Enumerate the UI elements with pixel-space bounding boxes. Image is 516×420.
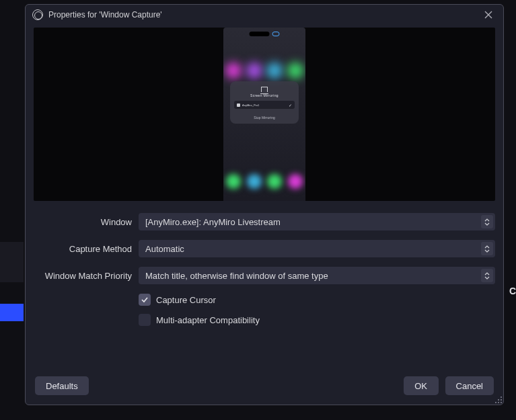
preview-device-name: AnyMiro_Pro1 xyxy=(242,103,259,107)
capture-cursor-label: Capture Cursor xyxy=(156,295,216,305)
multi-adapter-checkbox[interactable] xyxy=(139,314,151,326)
chevron-up-icon xyxy=(484,272,490,276)
capture-method-value: Automatic xyxy=(145,244,184,254)
capture-method-select[interactable]: Automatic xyxy=(139,240,495,257)
chevron-up-icon xyxy=(484,218,490,222)
chevron-up-icon xyxy=(484,245,490,249)
close-icon xyxy=(484,11,492,19)
defaults-button[interactable]: Defaults xyxy=(35,376,89,395)
close-button[interactable] xyxy=(480,7,496,23)
capture-method-label: Capture Method xyxy=(34,244,139,254)
chevron-down-icon xyxy=(484,276,490,280)
phone-status-pill-icon xyxy=(272,32,280,36)
window-label: Window xyxy=(34,217,139,227)
source-preview: Screen Mirroring AnyMiro_Pro1 ✓ Stop Mir… xyxy=(34,28,495,201)
preview-phone: Screen Mirroring AnyMiro_Pro1 ✓ Stop Mir… xyxy=(223,28,305,201)
checkmark-icon xyxy=(141,296,149,304)
match-priority-select[interactable]: Match title, otherwise find window of sa… xyxy=(139,267,495,284)
chevron-down-icon xyxy=(484,249,490,253)
chevron-down-icon xyxy=(484,222,490,226)
select-spinner[interactable] xyxy=(481,215,493,228)
screen-mirror-icon xyxy=(261,87,268,92)
capture-cursor-checkbox[interactable] xyxy=(139,294,151,306)
select-spinner[interactable] xyxy=(481,269,493,282)
select-spinner[interactable] xyxy=(481,242,493,255)
cancel-button[interactable]: Cancel xyxy=(445,376,494,395)
window-select-value: [AnyMiro.exe]: AnyMiro Livestream xyxy=(145,217,281,227)
titlebar: Properties for 'Window Capture' xyxy=(26,5,503,25)
properties-dialog: Properties for 'Window Capture' Screen M… xyxy=(25,4,504,405)
multi-adapter-label: Multi-adapter Compatibility xyxy=(156,315,260,325)
resize-grip-icon[interactable] xyxy=(494,395,502,403)
form-area: Window [AnyMiro.exe]: AnyMiro Livestream… xyxy=(34,201,495,334)
obs-logo-icon xyxy=(32,9,43,20)
phone-notch-icon xyxy=(250,32,270,36)
background-peek: C xyxy=(509,286,516,296)
dialog-footer: Defaults OK Cancel xyxy=(26,371,503,405)
match-priority-label: Window Match Priority xyxy=(34,271,139,281)
device-icon xyxy=(237,103,240,107)
dialog-title: Properties for 'Window Capture' xyxy=(48,10,162,19)
checkmark-icon: ✓ xyxy=(289,103,292,108)
ok-button[interactable]: OK xyxy=(404,376,439,395)
preview-mirroring-card: Screen Mirroring AnyMiro_Pro1 ✓ Stop Mir… xyxy=(230,81,299,124)
window-select[interactable]: [AnyMiro.exe]: AnyMiro Livestream xyxy=(139,213,495,230)
match-priority-value: Match title, otherwise find window of sa… xyxy=(145,271,328,281)
preview-stop-label: Stop Mirroring xyxy=(234,116,295,120)
